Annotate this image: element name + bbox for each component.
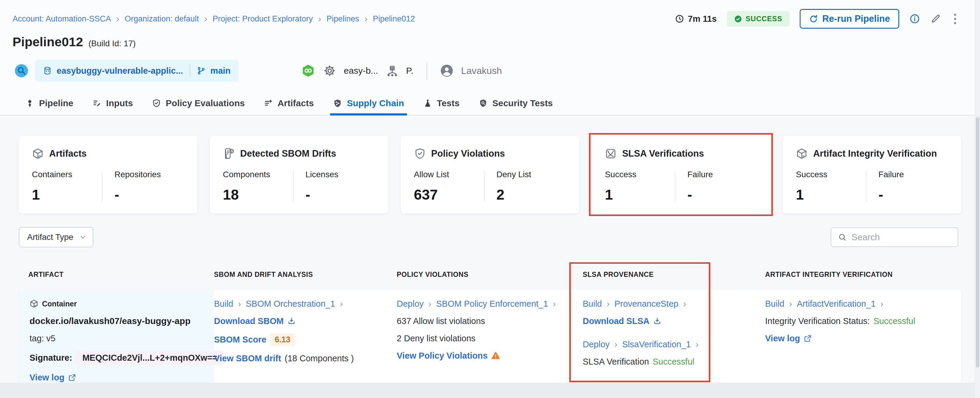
download-icon[interactable] [653,317,661,325]
status-text: SUCCESS [746,14,783,23]
external-link-icon[interactable] [803,334,811,342]
meta-divider [426,61,427,80]
breadcrumb-pipelines[interactable]: Pipelines [327,14,360,24]
allow-list-violations: 637 Allow list violations [397,316,569,326]
chevron-right-icon: › [427,299,433,309]
card-title: Artifact Integrity Verification [813,148,937,159]
slsa-verification-breadcrumb: Deploy › SlsaVerification_1 › [583,339,765,349]
filter-row: Artifact Type [19,227,958,247]
breadcrumb-account[interactable]: Account: Automation-SSCA [13,14,111,24]
column-header-artifact-integrity: ARTIFACT INTEGRITY VERIFICATION [765,271,952,290]
artifacts-table: ARTIFACT SBOM AND DRIFT ANALYSIS POLICY … [19,271,961,383]
title-row: Pipeline012 (Build Id: 17) [13,35,980,49]
chevron-right-icon: › [204,14,208,23]
repository-icon [43,66,52,75]
external-link-icon[interactable] [68,374,76,382]
sbom-score-link[interactable]: SBOM Score [214,335,266,345]
stage-link[interactable]: Build [765,299,784,309]
sbom-drift-components: (18 Components ) [285,353,354,363]
step-link[interactable]: SBOM Policy Enforcement_1 [436,299,548,309]
chevron-right-icon: › [339,299,344,309]
repo-pill[interactable]: easybuggy-vulnerable-applic... main [35,60,239,82]
step-link[interactable]: ProvenanceStep [614,299,678,309]
avatar [440,64,453,77]
tab-supply-chain[interactable]: Supply Chain [333,91,404,115]
chevron-right-icon: › [694,339,700,349]
git-branch-icon [197,66,206,75]
column-header-slsa-provenance: SLSA PROVENANCE [569,271,765,290]
step-link[interactable]: SBOM Orchestration_1 [246,299,335,309]
inputs-icon [92,99,101,108]
policy-evaluations-icon [152,99,161,108]
rerun-pipeline-button[interactable]: Re-run Pipeline [800,9,899,29]
check-circle-icon [734,15,742,23]
metric-label: Licenses [305,170,364,179]
metric-value: 1 [32,187,102,203]
cube-icon [796,148,808,160]
artifact-type-dropdown[interactable]: Artifact Type [19,227,93,247]
card-artifact-integrity: Artifact Integrity Verification Success1… [783,136,961,213]
metric-label: Deny List [496,170,555,179]
step-link[interactable]: SlsaVerification_1 [622,339,691,349]
chevron-right-icon: › [613,339,619,349]
environment-name[interactable]: P. [406,66,414,76]
stage-link[interactable]: Deploy [583,339,609,349]
edit-pipeline-button[interactable] [930,13,941,24]
artifacts-icon [264,99,273,108]
sbom-step-breadcrumb: Build › SBOM Orchestration_1 › [214,299,397,309]
metric-value: 637 [414,187,484,203]
chevron-right-icon: › [788,299,794,309]
card-title: SLSA Verifications [622,148,704,159]
chevron-right-icon: › [552,299,557,309]
integrity-status-label: Integrity Verification Status: [765,316,870,326]
tab-label: Policy Evaluations [166,98,245,108]
step-link[interactable]: ArtifactVerification_1 [797,299,876,309]
deny-list-violations: 2 Deny list violations [397,333,569,344]
tab-label: Tests [437,98,460,108]
card-artifacts: Artifacts Containers1 Repositories- [19,136,197,213]
tab-inputs[interactable]: Inputs [92,91,133,115]
tab-tests[interactable]: Tests [423,91,460,115]
view-sbom-drift-link[interactable]: View SBOM drift [214,353,281,363]
artifact-type-label: Artifact Type [27,232,73,242]
tab-security-tests[interactable]: Security Tests [479,91,553,115]
meta-right: easy-b... P. Lavakush [301,61,502,80]
view-log-link[interactable]: View log [30,372,64,382]
scrollbar-thumb[interactable] [976,117,979,368]
slsa-provenance-breadcrumb: Build › ProvenanceStep › [583,299,765,309]
stage-link[interactable]: Deploy [397,299,423,309]
tab-pipeline[interactable]: Pipeline [25,91,73,115]
tab-policy-evaluations[interactable]: Policy Evaluations [152,91,245,115]
card-slsa-verifications: SLSA Verifications Success1 Failure- [592,136,770,213]
tab-artifacts[interactable]: Artifacts [264,91,314,115]
breadcrumb-current-pipeline[interactable]: Pipeline012 [373,14,415,24]
status-badge: SUCCESS [727,11,789,27]
card-title: Artifacts [49,148,87,159]
meta-row: easybuggy-vulnerable-applic... main easy… [14,57,980,85]
search-input[interactable] [851,232,967,242]
download-sbom-link[interactable]: Download SBOM [214,316,284,326]
artifact-tag: tag: v5 [30,333,214,344]
view-policy-violations-link[interactable]: View Policy Violations [397,351,488,361]
gear-icon [323,64,336,77]
sbom-score-badge: 6.13 [270,333,295,346]
search-box [830,227,958,247]
stage-link[interactable]: Build [583,299,602,309]
signature-value[interactable]: MEQCICde2Vjl...L+2+mqnOXw== [76,350,224,365]
service-name[interactable]: easy-b... [344,66,378,76]
download-slsa-link[interactable]: Download SLSA [583,316,649,326]
view-log-link[interactable]: View log [765,334,800,344]
signature-label: Signature: [30,353,72,363]
column-header-artifact: ARTIFACT [19,271,214,290]
tab-label: Supply Chain [347,98,404,108]
run-duration: 7m 11s [675,14,717,24]
breadcrumb-organization[interactable]: Organization: default [124,14,199,24]
card-policy-violations: Policy Violations Allow List637 Deny Lis… [401,136,579,213]
info-button[interactable] [909,13,920,24]
download-icon[interactable] [287,317,296,325]
kebab-menu-icon[interactable] [951,13,959,26]
vertical-scrollbar[interactable] [975,0,980,398]
stage-link[interactable]: Build [214,299,233,309]
table-header-row: ARTIFACT SBOM AND DRIFT ANALYSIS POLICY … [19,271,961,290]
breadcrumb-project[interactable]: Project: Product Exploratory [213,14,313,24]
